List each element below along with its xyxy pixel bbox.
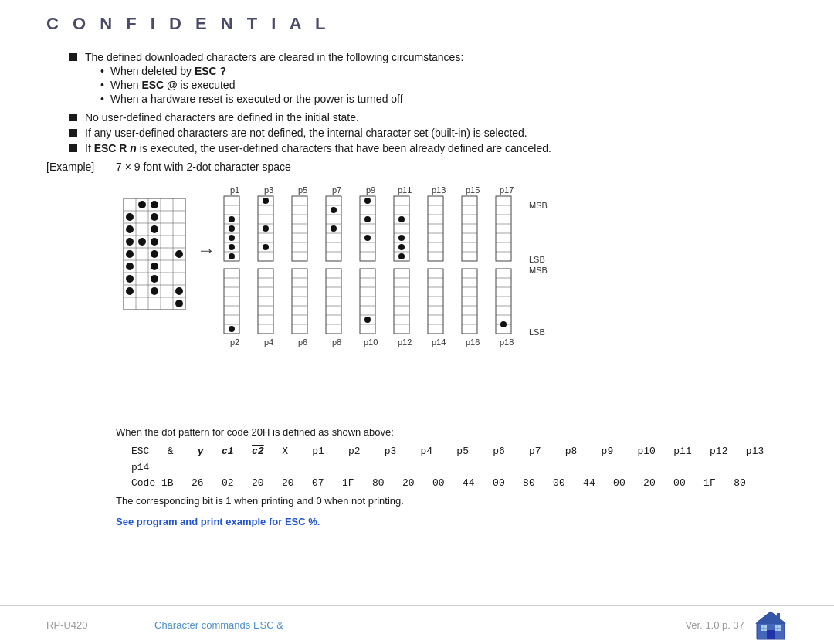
col-label: p1 bbox=[230, 185, 239, 195]
list-item: If ESC R n is executed, the user-defined… bbox=[70, 142, 788, 154]
code-note: The corresponding bit is 1 when printing… bbox=[116, 493, 788, 510]
svg-point-26 bbox=[151, 263, 158, 270]
svg-point-88 bbox=[364, 216, 371, 222]
print-example-link[interactable]: See program and print example for ESC %. bbox=[116, 516, 320, 527]
svg-text:p14: p14 bbox=[432, 337, 446, 347]
footer-version: Ver. 1.0 p. 37 bbox=[685, 608, 788, 642]
link-section: See program and print example for ESC %. bbox=[116, 514, 788, 530]
svg-text:p5: p5 bbox=[298, 185, 307, 195]
svg-rect-101 bbox=[428, 196, 443, 261]
svg-rect-115 bbox=[496, 196, 511, 261]
svg-point-160 bbox=[364, 317, 371, 323]
svg-point-50 bbox=[229, 225, 235, 232]
svg-point-27 bbox=[126, 275, 134, 283]
code-intro: When the dot pattern for code 20H is def… bbox=[116, 425, 788, 441]
column-p3 bbox=[258, 196, 273, 261]
arrow-symbol: → bbox=[197, 239, 215, 260]
footer-center: Character commands ESC & bbox=[124, 619, 685, 631]
svg-point-15 bbox=[126, 213, 134, 221]
column-p1 bbox=[224, 196, 239, 261]
bullet-dot: • bbox=[100, 65, 104, 77]
example-section: [Example] 7 × 9 font with 2-dot characte… bbox=[46, 161, 788, 173]
svg-point-62 bbox=[263, 225, 269, 232]
house-icon bbox=[754, 608, 788, 642]
bullet-icon bbox=[70, 114, 77, 121]
diagram-svg: → p1 p3 p5 p7 p9 p11 p13 p15 p17 MSB bbox=[116, 179, 703, 419]
header: C O N F I D E N T I A L bbox=[46, 0, 788, 42]
list-item: • When a hardware reset is executed or t… bbox=[100, 93, 463, 105]
svg-point-78 bbox=[331, 207, 337, 213]
svg-text:p12: p12 bbox=[398, 337, 412, 347]
svg-point-189 bbox=[500, 321, 507, 327]
column-p15-bot bbox=[462, 269, 477, 334]
column-p9-bot bbox=[360, 269, 375, 334]
column-p15 bbox=[462, 196, 477, 261]
bullet-icon bbox=[70, 144, 77, 152]
svg-text:p2: p2 bbox=[230, 337, 239, 347]
sub-bullets: • When deleted by ESC ? • When ESC @ is … bbox=[100, 65, 463, 105]
svg-point-53 bbox=[229, 253, 235, 259]
svg-rect-146 bbox=[326, 269, 341, 334]
svg-point-24 bbox=[175, 250, 183, 258]
page: C O N F I D E N T I A L The defined down… bbox=[0, 0, 834, 644]
column-p13 bbox=[428, 196, 443, 261]
svg-point-97 bbox=[398, 216, 405, 222]
svg-point-89 bbox=[364, 235, 371, 241]
content: The defined downloaded characters are cl… bbox=[46, 42, 788, 530]
svg-rect-124 bbox=[224, 269, 239, 334]
svg-point-25 bbox=[126, 263, 134, 270]
svg-point-87 bbox=[364, 198, 371, 204]
svg-text:p17: p17 bbox=[500, 185, 514, 195]
svg-point-21 bbox=[151, 238, 158, 246]
svg-point-17 bbox=[126, 225, 134, 233]
svg-point-131 bbox=[229, 326, 235, 332]
footer-version-text: Ver. 1.0 p. 37 bbox=[685, 619, 744, 631]
svg-rect-168 bbox=[428, 269, 443, 334]
svg-rect-139 bbox=[292, 269, 307, 334]
svg-text:MSB: MSB bbox=[529, 266, 548, 275]
svg-text:p8: p8 bbox=[332, 337, 341, 347]
bullet-icon bbox=[70, 53, 77, 61]
svg-point-13 bbox=[138, 201, 146, 208]
page-title: C O N F I D E N T I A L bbox=[46, 14, 330, 33]
svg-point-49 bbox=[229, 216, 235, 222]
svg-point-61 bbox=[263, 198, 269, 204]
svg-text:MSB: MSB bbox=[529, 201, 548, 210]
svg-rect-90 bbox=[394, 196, 409, 261]
bullet-section: The defined downloaded characters are cl… bbox=[70, 51, 788, 154]
svg-point-79 bbox=[331, 225, 337, 232]
svg-rect-153 bbox=[360, 269, 375, 334]
column-p5-bot bbox=[292, 269, 307, 334]
svg-point-16 bbox=[151, 213, 158, 221]
svg-point-100 bbox=[398, 253, 405, 259]
svg-text:p13: p13 bbox=[432, 185, 446, 195]
column-p11-bot bbox=[394, 269, 409, 334]
svg-rect-132 bbox=[258, 269, 273, 334]
list-item: The defined downloaded characters are cl… bbox=[70, 51, 788, 108]
svg-text:LSB: LSB bbox=[529, 255, 545, 264]
svg-text:p18: p18 bbox=[500, 337, 514, 347]
svg-text:p10: p10 bbox=[364, 337, 378, 347]
bullet-text: If ESC R n is executed, the user-defined… bbox=[85, 142, 551, 154]
svg-point-30 bbox=[151, 287, 158, 295]
column-p3-bot bbox=[258, 269, 273, 334]
svg-marker-201 bbox=[755, 612, 786, 624]
list-item: • When ESC @ is executed bbox=[100, 79, 463, 91]
bullet-text: If any user-defined characters are not d… bbox=[85, 127, 527, 139]
column-p1-bot bbox=[224, 269, 239, 334]
svg-point-18 bbox=[151, 225, 158, 233]
example-label: [Example] bbox=[46, 161, 116, 173]
svg-text:LSB: LSB bbox=[529, 327, 545, 337]
footer: RP-U420 Character commands ESC & Ver. 1.… bbox=[0, 605, 834, 644]
svg-point-14 bbox=[151, 201, 158, 208]
svg-point-20 bbox=[138, 238, 146, 246]
bullet-dot: • bbox=[100, 79, 104, 91]
column-p5 bbox=[292, 196, 307, 261]
bullet-dot: • bbox=[100, 93, 104, 105]
svg-rect-64 bbox=[292, 196, 307, 261]
svg-rect-108 bbox=[462, 196, 477, 261]
column-p17 bbox=[496, 196, 511, 261]
svg-rect-161 bbox=[394, 269, 409, 334]
svg-text:p15: p15 bbox=[466, 185, 480, 195]
svg-point-23 bbox=[151, 250, 158, 258]
